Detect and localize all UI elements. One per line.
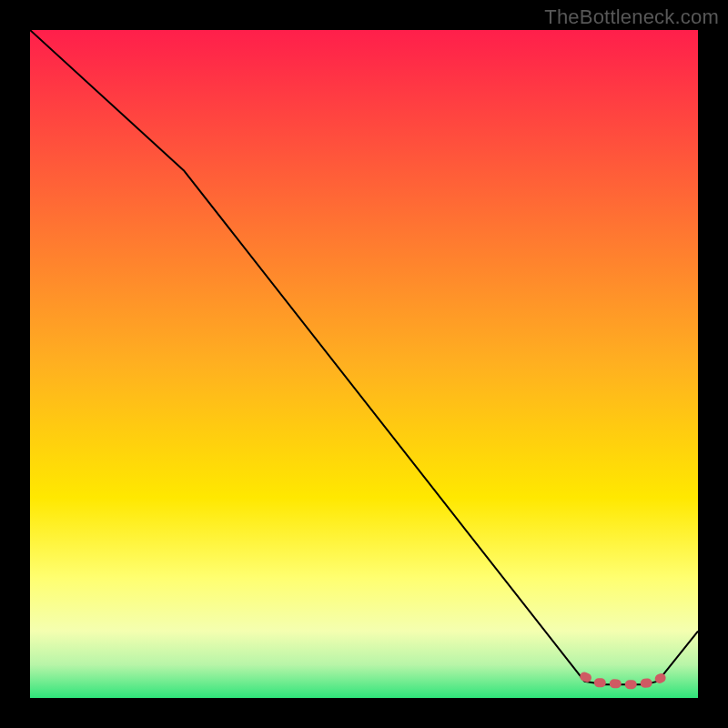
chart-plot-area <box>30 30 698 698</box>
chart-stage: TheBottleneck.com <box>0 0 728 728</box>
attribution-watermark: TheBottleneck.com <box>544 5 719 29</box>
chart-svg <box>30 30 698 698</box>
chart-background <box>30 30 698 698</box>
